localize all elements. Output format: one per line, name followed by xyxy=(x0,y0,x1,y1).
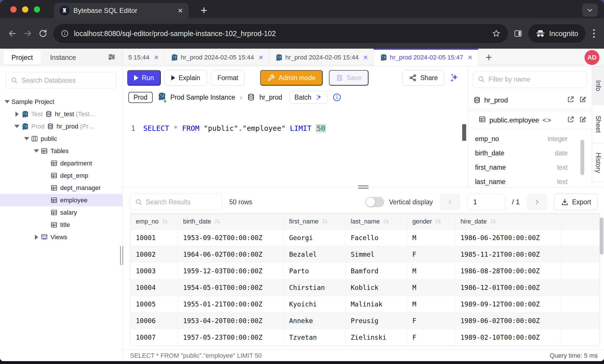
save-button[interactable]: Save xyxy=(329,70,368,86)
url-bar[interactable]: localhost:8080/sql-editor/prod-sample-in… xyxy=(53,24,508,43)
edit-button[interactable] xyxy=(579,116,587,125)
side-tab-history[interactable]: History xyxy=(592,144,604,182)
table-cell[interactable]: Tzvetan xyxy=(284,329,346,346)
table-row[interactable]: 100031959-12-03T00:00:00ZPartoBamfordM19… xyxy=(131,263,600,279)
table-cell[interactable]: Zielinski xyxy=(346,329,407,346)
table-cell[interactable]: 1986-06-26T00:00:00Z xyxy=(455,230,561,246)
table-cell[interactable]: M xyxy=(407,296,455,312)
database-name[interactable]: hr_prod xyxy=(260,94,282,101)
table-cell[interactable]: 10002 xyxy=(131,246,178,263)
table-cell[interactable]: 1989-06-02T00:00:00Z xyxy=(455,312,561,329)
table-cell[interactable]: M xyxy=(407,263,455,279)
tree-item-Tables[interactable]: Tables xyxy=(0,145,122,157)
table-cell[interactable]: 10006 xyxy=(131,312,178,329)
close-icon[interactable]: × xyxy=(468,54,472,62)
close-icon[interactable]: × xyxy=(178,6,183,15)
schema-filter[interactable] xyxy=(473,71,587,88)
worksheet-tab[interactable]: hr_prod 2024-02-05 15:47× xyxy=(374,49,479,66)
column-header-birth_date[interactable]: birth_date xyxy=(178,213,284,230)
caret-down-icon[interactable] xyxy=(22,137,31,140)
table-cell[interactable]: Preusig xyxy=(346,312,407,329)
results-scrollbar[interactable] xyxy=(600,217,603,255)
user-avatar[interactable]: AD xyxy=(585,50,599,65)
caret-down-icon[interactable] xyxy=(13,125,21,128)
format-button[interactable]: Format xyxy=(211,70,245,86)
column-header-first_name[interactable]: first_name xyxy=(284,213,346,230)
ai-assistant-button[interactable] xyxy=(448,73,463,83)
tree-item-dept_manager[interactable]: dept_manager xyxy=(0,182,122,194)
table-cell[interactable]: M xyxy=(407,279,455,296)
table-cell[interactable]: 10003 xyxy=(131,263,178,279)
minimize-window-button[interactable] xyxy=(22,6,28,13)
table-row[interactable]: 100061953-04-20T00:00:00ZAnnekePreusigF1… xyxy=(131,312,600,329)
tree-item-salary[interactable]: salary xyxy=(0,206,122,219)
maximize-window-button[interactable] xyxy=(34,6,40,13)
table-cell[interactable]: Bamford xyxy=(346,263,407,279)
close-icon[interactable]: × xyxy=(154,54,158,62)
pane-splitter[interactable] xyxy=(123,187,604,191)
table-cell[interactable]: Facello xyxy=(346,230,407,246)
table-cell[interactable]: F xyxy=(407,246,455,263)
info-icon[interactable] xyxy=(332,93,342,102)
open-external-button[interactable] xyxy=(567,96,574,105)
table-cell[interactable]: Simmel xyxy=(346,246,407,263)
table-cell[interactable]: Georgi xyxy=(284,230,346,246)
table-cell[interactable]: 1964-06-02T00:00:00Z xyxy=(178,246,284,263)
column-row[interactable]: first_nametext xyxy=(468,160,592,175)
batch-button[interactable]: Batch xyxy=(290,91,328,104)
column-header-gender[interactable]: gender xyxy=(407,213,455,230)
edit-button[interactable] xyxy=(579,96,587,105)
vertical-display-toggle[interactable] xyxy=(365,197,384,207)
next-page-button[interactable] xyxy=(527,194,547,210)
table-cell[interactable]: Koblick xyxy=(346,279,407,296)
reload-button[interactable] xyxy=(38,29,48,38)
table-cell[interactable]: 1989-02-10T00:00:00Z xyxy=(455,329,561,346)
results-search-input[interactable] xyxy=(146,198,217,206)
table-cell[interactable]: 1953-04-20T00:00:00Z xyxy=(178,312,284,329)
column-row[interactable]: emp_nointeger xyxy=(468,132,592,146)
table-cell[interactable]: 1953-09-02T00:00:00Z xyxy=(178,230,284,246)
table-cell[interactable]: F xyxy=(407,329,455,346)
table-row[interactable]: 100011953-09-02T00:00:00ZGeorgiFacelloM1… xyxy=(131,230,600,246)
tree-item-hr_prod[interactable]: Prodhr_prod(Pr… xyxy=(0,120,122,132)
table-cell[interactable]: 1986-12-01T00:00:00Z xyxy=(455,279,561,296)
table-cell[interactable]: 10004 xyxy=(131,279,178,296)
prev-page-button[interactable] xyxy=(440,194,460,210)
side-panel-icon[interactable] xyxy=(514,29,522,38)
table-cell[interactable]: Parto xyxy=(284,263,346,279)
tree-item-title[interactable]: title xyxy=(0,219,122,231)
new-tab-button[interactable]: + xyxy=(201,4,207,17)
table-cell[interactable]: 10001 xyxy=(131,230,178,246)
database-search[interactable] xyxy=(6,72,117,89)
close-icon[interactable]: × xyxy=(258,54,263,62)
column-header-emp_no[interactable]: emp_no xyxy=(131,213,178,230)
code-icon[interactable]: <> xyxy=(542,116,552,124)
panel-database-row[interactable]: hr_prod xyxy=(468,91,592,109)
export-button[interactable]: Export xyxy=(554,194,598,210)
table-row[interactable]: 100041954-05-01T00:00:00ZChirstianKoblic… xyxy=(131,279,600,296)
caret-right-icon[interactable] xyxy=(32,235,41,240)
page-number-input[interactable] xyxy=(467,194,505,210)
filter-settings-button[interactable] xyxy=(107,53,116,62)
site-info-icon[interactable] xyxy=(61,29,69,37)
table-cell[interactable]: Anneke xyxy=(284,312,346,329)
instance-name[interactable]: Prod Sample Instance xyxy=(170,94,235,101)
forward-button[interactable] xyxy=(23,29,33,38)
column-header-last_name[interactable]: last_name xyxy=(346,213,407,230)
tree-item-Sample Project[interactable]: Sample Project xyxy=(0,96,122,108)
table-cell[interactable]: Maliniak xyxy=(346,296,407,312)
table-cell[interactable]: Bezalel xyxy=(284,246,346,263)
table-cell[interactable]: 1957-05-23T00:00:00Z xyxy=(178,329,284,346)
table-cell[interactable]: M xyxy=(407,230,455,246)
close-icon[interactable]: × xyxy=(363,54,368,62)
open-external-button[interactable] xyxy=(567,116,574,125)
share-button[interactable]: Share xyxy=(402,70,444,86)
table-cell[interactable]: 1986-08-28T00:00:00Z xyxy=(455,263,561,279)
table-row[interactable]: 100071957-05-23T00:00:00ZTzvetanZielinsk… xyxy=(131,329,600,346)
schema-filter-input[interactable] xyxy=(489,76,582,83)
browser-menu-button[interactable] xyxy=(591,29,597,38)
results-search[interactable] xyxy=(130,194,222,210)
tree-item-Views[interactable]: Views xyxy=(0,231,122,243)
close-window-button[interactable] xyxy=(10,6,17,13)
worksheet-tab[interactable]: hr_prod 2024-02-05 15:44× xyxy=(269,49,374,66)
